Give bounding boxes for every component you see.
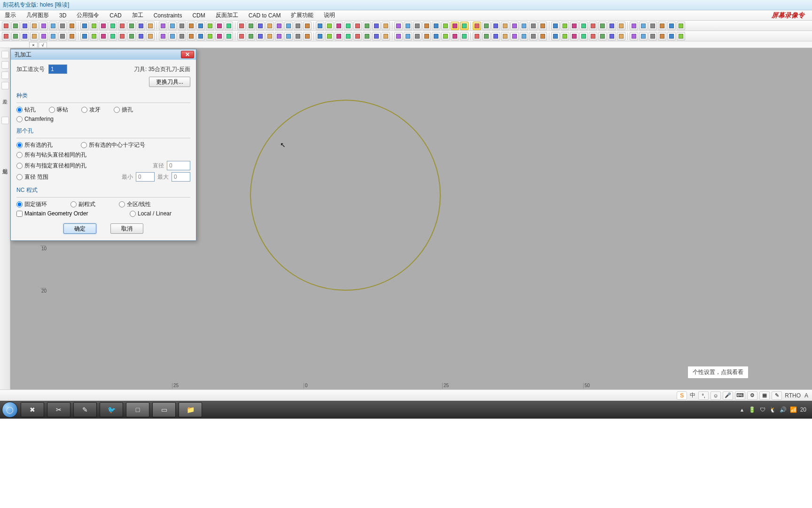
toolbar-button[interactable]	[215, 22, 224, 30]
toolbar-button[interactable]	[451, 22, 459, 30]
toolbar-button[interactable]	[225, 22, 233, 30]
task-app-6[interactable]: ▭	[152, 402, 176, 417]
close-button[interactable]: ✕	[181, 51, 194, 58]
menu-constraints[interactable]: Constraints	[152, 11, 184, 20]
toolbar-button[interactable]	[460, 32, 468, 40]
task-app-3[interactable]: ✎	[73, 402, 97, 417]
toolbar-button[interactable]	[127, 22, 136, 30]
toolbar-button[interactable]	[127, 32, 136, 40]
toolbar-button[interactable]	[667, 22, 676, 30]
toolbar-button[interactable]	[372, 22, 381, 30]
toolbar-button[interactable]	[215, 32, 224, 40]
toolbar-button[interactable]	[460, 22, 468, 30]
toolbar-button[interactable]	[168, 22, 177, 30]
toolbar-button[interactable]	[492, 32, 500, 40]
toolbar-button[interactable]	[432, 32, 440, 40]
toolbar-button[interactable]	[451, 32, 459, 40]
ime-mode[interactable]: 中	[689, 391, 696, 399]
toolbar-button[interactable]	[159, 22, 167, 30]
toolbar-button[interactable]	[30, 32, 39, 40]
toolbar-button[interactable]	[99, 32, 108, 40]
radio-bore[interactable]: 搪孔	[114, 106, 133, 114]
toolbar-button[interactable]	[551, 32, 560, 40]
toolbar-button[interactable]	[316, 22, 324, 30]
radio-all-selected-holes[interactable]: 所有选的孔	[16, 141, 53, 149]
toolbar-button[interactable]	[658, 22, 666, 30]
ime-emoji-icon[interactable]: ☺	[710, 391, 721, 400]
status-ortho[interactable]: RTHO	[784, 392, 802, 399]
toolbar-button[interactable]	[394, 32, 403, 40]
hint-tooltip[interactable]: 个性设置，点我看看	[687, 366, 749, 379]
toolbar-button[interactable]	[178, 32, 186, 40]
toolbar-button[interactable]	[529, 22, 538, 30]
toolbar-button[interactable]	[21, 22, 29, 30]
toolbar-button[interactable]	[394, 22, 403, 30]
cancel-button[interactable]: 取消	[110, 223, 143, 234]
toolbar-button[interactable]	[520, 22, 528, 30]
toolbar-button[interactable]	[146, 32, 155, 40]
toolbar-button[interactable]	[520, 32, 528, 40]
min-input[interactable]	[136, 172, 155, 182]
toolbar-button[interactable]	[441, 32, 450, 40]
toolbar-button[interactable]	[482, 22, 491, 30]
toolbar-button[interactable]	[413, 32, 422, 40]
toolbar-button[interactable]	[492, 22, 500, 30]
toolbar-button[interactable]	[617, 22, 625, 30]
dialog-title-bar[interactable]: 孔加工 ✕	[11, 49, 196, 60]
tray-penguin-icon[interactable]: 🐧	[769, 406, 777, 413]
toolbar-button[interactable]	[49, 22, 57, 30]
toolbar-button[interactable]	[579, 32, 588, 40]
toolbar-button[interactable]	[589, 22, 597, 30]
pass-number-input[interactable]	[48, 64, 67, 74]
ime-skin-icon[interactable]: ▦	[759, 391, 770, 400]
toolbar-button[interactable]	[187, 32, 195, 40]
toolbar-button[interactable]	[11, 32, 20, 40]
toolbar-button[interactable]	[90, 32, 98, 40]
toolbar-button[interactable]	[303, 32, 312, 40]
toolbar-button[interactable]	[677, 32, 685, 40]
toolbar-button[interactable]	[510, 32, 519, 40]
toolbar-button[interactable]	[413, 22, 422, 30]
toolbar-button[interactable]	[648, 22, 657, 30]
toolbar-button[interactable]	[501, 22, 509, 30]
toolbar-button[interactable]	[363, 22, 371, 30]
toolbar-button[interactable]	[589, 32, 597, 40]
toolbar-button[interactable]	[146, 22, 155, 30]
tray-up-icon[interactable]: ▴	[738, 406, 746, 413]
task-app-2[interactable]: ✂	[47, 402, 70, 417]
change-tool-button[interactable]: 更换刀具...	[149, 77, 190, 87]
tab-stub[interactable]: √	[39, 42, 47, 48]
toolbar-button[interactable]	[551, 22, 560, 30]
toolbar-button[interactable]	[58, 22, 67, 30]
toolbar-button[interactable]	[325, 22, 334, 30]
toolbar-button[interactable]	[344, 32, 352, 40]
toolbar-button[interactable]	[473, 22, 481, 30]
radio-all-cross-marks[interactable]: 所有选的中心十字记号	[81, 141, 145, 149]
toolbar-button[interactable]	[482, 32, 491, 40]
radio-subprogram[interactable]: 副程式	[70, 200, 95, 208]
toolbar-button[interactable]	[275, 32, 283, 40]
toolbar-button[interactable]	[316, 32, 324, 40]
toolbar-button[interactable]	[80, 22, 89, 30]
toolbar-button[interactable]	[372, 32, 381, 40]
tray-network-icon[interactable]: 📶	[790, 406, 797, 413]
toolbar-button[interactable]	[529, 32, 538, 40]
task-app-4[interactable]: 🐦	[100, 402, 123, 417]
toolbar-button[interactable]	[265, 32, 274, 40]
radio-global-linear[interactable]: 全区/线性	[119, 200, 151, 208]
toolbar-button[interactable]	[39, 32, 48, 40]
dock-btn-1[interactable]	[1, 51, 9, 58]
diameter-input[interactable]	[167, 161, 190, 170]
toolbar-button[interactable]	[275, 22, 283, 30]
ime-settings-icon[interactable]: ⚙	[747, 391, 757, 400]
geometry-circle[interactable]	[250, 100, 441, 291]
toolbar-button[interactable]	[39, 22, 48, 30]
toolbar-button[interactable]	[90, 22, 98, 30]
check-maintain-order[interactable]: Maintain Geometry Order	[16, 210, 88, 217]
task-app-1[interactable]: ✖	[21, 402, 44, 417]
toolbar-button[interactable]	[206, 32, 214, 40]
toolbar-button[interactable]	[422, 32, 431, 40]
radio-tap[interactable]: 攻牙	[81, 106, 101, 114]
sogou-ime-icon[interactable]: S	[677, 391, 687, 400]
toolbar-button[interactable]	[630, 22, 638, 30]
